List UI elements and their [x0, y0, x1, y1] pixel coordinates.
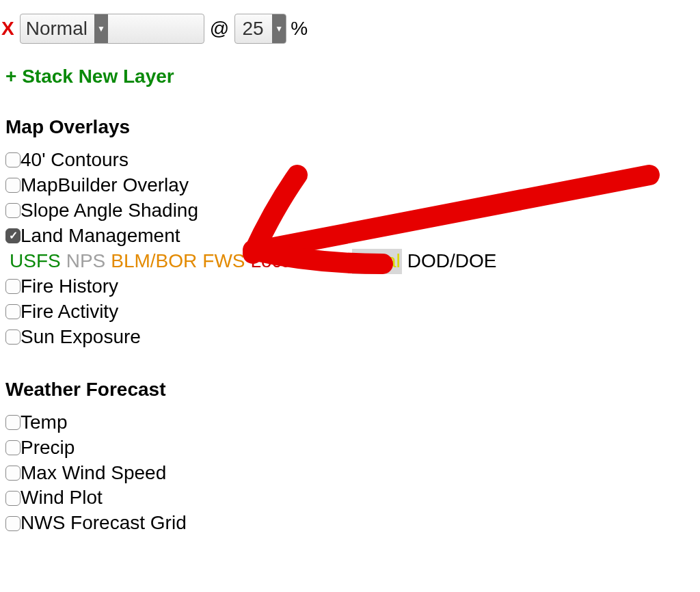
forecast-checkbox-precip[interactable] [5, 440, 21, 455]
overlay-checkbox-slope[interactable] [5, 203, 21, 218]
forecast-row-precip: Precip [5, 435, 695, 461]
forecast-label: Wind Plot [21, 485, 103, 511]
overlay-label: Slope Angle Shading [21, 198, 198, 224]
forecast-checkbox-temp[interactable] [5, 415, 21, 430]
weather-forecast-header: Weather Forecast [5, 379, 695, 401]
legend-dod: DOD/DOE [407, 249, 497, 274]
overlay-checkbox-sun-exposure[interactable] [5, 329, 21, 345]
layer-type-dropdown[interactable]: Normal ▼ [20, 14, 204, 44]
overlay-checkbox-land-management[interactable] [5, 228, 21, 243]
forecast-label: Max Wind Speed [21, 461, 166, 486]
legend-tribal: Tribal [352, 249, 402, 274]
legend-fws: FWS [202, 249, 245, 274]
forecast-checkbox-nws-grid[interactable] [5, 516, 21, 531]
legend-local: Local [251, 249, 297, 274]
overlay-label: Sun Exposure [21, 325, 141, 350]
dropdown-arrow-icon: ▼ [272, 14, 286, 43]
overlay-label: MapBuilder Overlay [21, 173, 189, 198]
overlay-label: 40' Contours [21, 148, 129, 173]
overlay-checkbox-mapbuilder[interactable] [5, 178, 21, 193]
overlay-label: Fire Activity [21, 299, 118, 325]
forecast-row-wind-plot: Wind Plot [5, 485, 695, 511]
forecast-row-temp: Temp [5, 410, 695, 435]
overlay-checkbox-contours[interactable] [5, 152, 21, 167]
opacity-dropdown[interactable]: 25 ▼ [234, 14, 286, 44]
overlay-checkbox-fire-activity[interactable] [5, 304, 21, 319]
legend-blm: BLM/BOR [111, 249, 197, 274]
overlay-row-fire-activity: Fire Activity [5, 299, 695, 325]
overlay-label: Fire History [21, 274, 118, 299]
forecast-row-wind-speed: Max Wind Speed [5, 461, 695, 486]
layer-type-value: Normal [21, 14, 94, 43]
forecast-label: NWS Forecast Grid [21, 511, 187, 536]
land-management-legend: USFS NPS BLM/BOR FWS Local State Tribal … [10, 249, 695, 274]
overlay-label: Land Management [21, 224, 180, 249]
forecast-label: Temp [21, 410, 67, 435]
legend-state: State [301, 249, 346, 274]
percent-label: % [291, 18, 308, 40]
dropdown-arrow-icon: ▼ [94, 14, 108, 43]
overlay-row-mapbuilder: MapBuilder Overlay [5, 173, 695, 198]
opacity-value: 25 [235, 14, 272, 43]
overlay-row-land-management: Land Management [5, 224, 695, 249]
at-sign-label: @ [208, 18, 230, 40]
overlay-row-slope: Slope Angle Shading [5, 198, 695, 224]
overlay-row-contours: 40' Contours [5, 148, 695, 173]
map-overlays-header: Map Overlays [5, 116, 695, 138]
layer-config-row: X Normal ▼ @ 25 ▼ % [5, 14, 695, 44]
forecast-checkbox-wind-plot[interactable] [5, 491, 21, 506]
legend-nps: NPS [66, 249, 106, 274]
delete-layer-button[interactable]: X [1, 18, 14, 40]
overlay-checkbox-fire-history[interactable] [5, 279, 21, 294]
forecast-checkbox-wind-speed[interactable] [5, 466, 21, 481]
forecast-row-nws-grid: NWS Forecast Grid [5, 511, 695, 536]
overlay-row-sun-exposure: Sun Exposure [5, 325, 695, 350]
overlay-row-fire-history: Fire History [5, 274, 695, 299]
forecast-label: Precip [21, 435, 75, 461]
legend-usfs: USFS [10, 249, 61, 274]
stack-new-layer-button[interactable]: + Stack New Layer [5, 66, 695, 88]
